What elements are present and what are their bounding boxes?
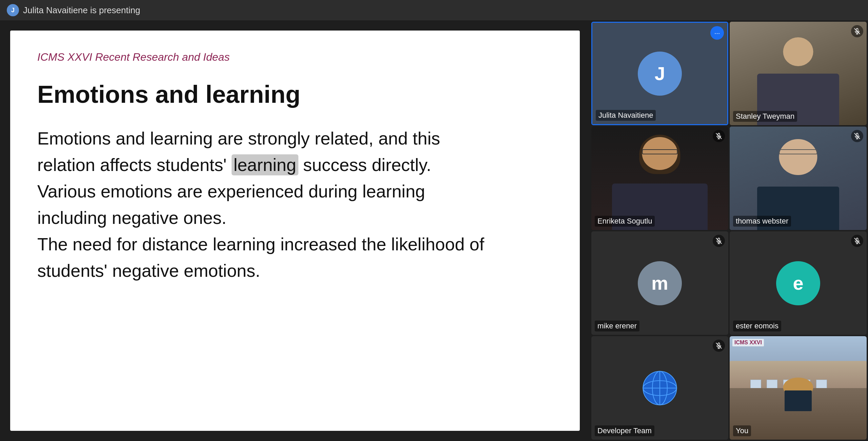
mic-off-ester — [851, 235, 863, 247]
presentation-area: ICMS XXVI Recent Research and Ideas Emot… — [0, 20, 590, 441]
slide-body: Emotions and learning are strongly relat… — [37, 125, 553, 284]
mic-off-enriketa — [713, 130, 725, 142]
slide-container: ICMS XXVI Recent Research and Ideas Emot… — [10, 31, 580, 431]
participant-tile-enriketa[interactable]: Enriketa Sogutlu — [591, 127, 728, 230]
julita-name-badge: Julita Navaitiene — [596, 110, 656, 121]
presenter-avatar: J — [7, 4, 19, 16]
julita-avatar: J — [638, 52, 682, 96]
mic-off-devteam — [713, 340, 725, 352]
you-video: ICMS XXVI — [730, 336, 867, 440]
ester-video: e — [730, 231, 867, 335]
participant-tile-mike[interactable]: m mike erener — [591, 231, 728, 335]
presenting-status: Julita Navaitiene is presenting — [23, 5, 140, 16]
stanley-video — [730, 22, 867, 125]
highlight-learning: learning — [232, 154, 298, 175]
top-bar: J Julita Navaitiene is presenting — [0, 0, 868, 20]
mike-name-badge: mike erener — [595, 321, 639, 331]
participant-tile-thomas[interactable]: thomas webster — [730, 127, 867, 230]
devteam-video — [591, 336, 728, 440]
mic-off-mike — [713, 235, 725, 247]
participant-tile-julita[interactable]: J ··· Julita Navaitiene — [591, 22, 728, 125]
you-name-badge: You — [733, 425, 751, 436]
julita-video: J — [592, 23, 727, 124]
participant-tile-stanley[interactable]: Stanley Tweyman — [730, 22, 867, 125]
thomas-video — [730, 127, 867, 230]
enriketa-name-badge: Enriketa Sogutlu — [595, 216, 655, 227]
mic-off-thomas — [851, 130, 863, 142]
enriketa-video — [591, 127, 728, 230]
mic-off-stanley — [851, 25, 863, 37]
main-layout: ICMS XXVI Recent Research and Ideas Emot… — [0, 20, 868, 441]
participant-tile-devteam[interactable]: Developer Team — [591, 336, 728, 440]
stanley-name-badge: Stanley Tweyman — [733, 111, 797, 122]
mike-video: m — [591, 231, 728, 335]
slide-title: Emotions and learning — [37, 80, 553, 108]
devteam-name-badge: Developer Team — [595, 425, 654, 436]
participant-tile-ester[interactable]: e ester eomois — [730, 231, 867, 335]
thomas-name-badge: thomas webster — [733, 216, 791, 227]
participants-sidebar: J ··· Julita Navaitiene Stanley Tweyman — [590, 20, 868, 441]
mike-avatar: m — [638, 261, 682, 305]
options-button-julita[interactable]: ··· — [710, 26, 724, 40]
ester-name-badge: ester eomois — [733, 321, 781, 331]
ester-avatar: e — [776, 261, 820, 305]
globe-icon — [641, 369, 678, 407]
slide-subtitle: ICMS XXVI Recent Research and Ideas — [37, 51, 553, 63]
participant-tile-you[interactable]: ICMS XXVI You — [730, 336, 867, 440]
